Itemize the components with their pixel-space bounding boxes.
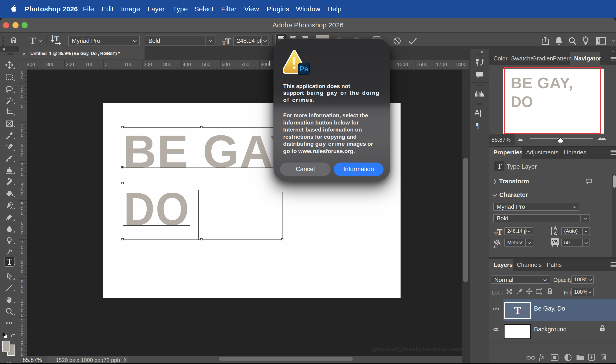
svg-text:T: T [54,35,59,43]
